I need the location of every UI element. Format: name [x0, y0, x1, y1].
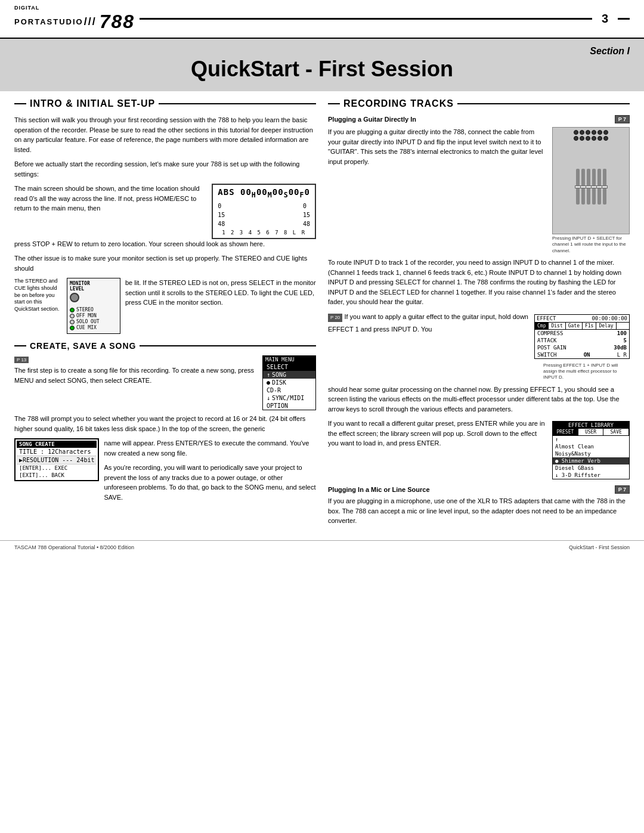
header-line-right — [618, 18, 630, 20]
header-line-left — [140, 18, 592, 20]
effect-tabs: Cmp Dist Gate F1s Delay — [535, 323, 629, 330]
create-para4: As you're recording, you will want to pe… — [104, 463, 316, 502]
create-para3: name will appear. Press ENTER/YES to exe… — [104, 438, 316, 458]
effect-tab-delay[interactable]: Delay — [596, 323, 616, 329]
stereo-led-indicator — [70, 308, 75, 312]
menu-cdr-label: CD-R — [267, 387, 281, 394]
guitar-section-title: Plugging a Guitar Directly In P 7 — [328, 115, 630, 123]
effect-tab-cmp[interactable]: Cmp — [535, 323, 549, 329]
solo-label: SOLO OUT — [76, 319, 100, 324]
library-item-5: 3-D Riffster — [562, 472, 600, 478]
page-ref-20: P 20 — [328, 314, 342, 322]
screen-title-field: TITLE : 12Characters — [17, 448, 97, 456]
effect-library-area: EFFECT LIBRARY PRESET USER SAVE ↑ Almost… — [552, 419, 630, 482]
create-para2: The 788 will prompt you to select whethe… — [14, 414, 316, 433]
library-item-1: Almost Clean — [553, 443, 629, 450]
intro-para3: The main screen should be shown, and the… — [14, 184, 207, 213]
guitar-para4: should hear some guitar processing on th… — [328, 385, 630, 414]
time-display-area: The main screen should be shown, and the… — [14, 184, 316, 239]
monitor-knob-area — [70, 293, 117, 306]
rec-line-left — [328, 103, 340, 104]
guitar-para1-area: If you are plugging a guitar directly in… — [328, 127, 630, 254]
main-menu-box: MAIN MENU SELECT ↑SONG ●DISK CD-R ↓SYNC/… — [262, 355, 316, 410]
mixer-knob-7 — [574, 136, 578, 141]
mic-para1: If you are plugging in a microphone, use… — [328, 496, 630, 526]
stereo-label: STEREO — [76, 307, 94, 312]
guitar-recall-para: If you want to recall a different guitar… — [328, 419, 547, 448]
monitor-section: The STEREO and CUE lights should be on b… — [14, 278, 316, 334]
menu-arrow-disk: ● — [267, 379, 270, 386]
recording-tracks-title: RECORDING TRACKS — [343, 98, 454, 109]
effect-switch-row: SWITCH ON L R — [535, 351, 629, 358]
logo-788-text: 788 — [100, 11, 135, 33]
effect-tab-gate[interactable]: Gate — [566, 323, 583, 329]
library-title: EFFECT LIBRARY — [553, 422, 629, 429]
effect-postgain-value: 30dB — [614, 345, 627, 351]
monitor-caption-text: The STEREO and CUE lights should be on b… — [14, 278, 62, 312]
screen-res-value: RESOLUTION --- 24bit — [23, 457, 94, 463]
effect-display: EFFECT 00:00:00:00 Cmp Dist Gate F1s Del… — [534, 314, 630, 359]
library-tab-save[interactable]: SAVE — [603, 429, 629, 435]
intro-para6: be lit. If the STEREO LED is not on, pre… — [125, 278, 316, 308]
intro-para5: The other issue is to make sure your mon… — [14, 253, 316, 273]
menu-item-song: ↑SONG — [263, 371, 315, 379]
menu-song-label: SONG — [272, 371, 286, 378]
cue-led-indicator — [70, 326, 75, 330]
mixer-knob-8 — [580, 136, 584, 141]
library-item-3-selected[interactable]: ● Shimmer Verb — [553, 457, 629, 465]
guitar-para1: If you are plugging a guitar directly in… — [328, 127, 547, 166]
guitar-effect-area: P 20 If you want to apply a guitar effec… — [328, 312, 630, 381]
page-header: DIGITAL PORTASTUDIO /// 788 3 — [0, 0, 644, 39]
song-create-text: P 13 The first step is to create a song … — [14, 355, 256, 390]
screen-title: SONG CREATE — [17, 441, 97, 448]
guitar-para2: To route INPUT D to track 1 of the recor… — [328, 258, 630, 307]
effect-library: EFFECT LIBRARY PRESET USER SAVE ↑ Almost… — [552, 421, 630, 479]
create-text-right: name will appear. Press ENTER/YES to exe… — [104, 438, 316, 507]
library-item-2: Noisy&Nasty — [553, 450, 629, 457]
right-column: RECORDING TRACKS Plugging a Guitar Direc… — [328, 91, 630, 531]
song-screen-area: SONG CREATE TITLE : 12Characters ▶RESOLU… — [14, 438, 316, 507]
library-tab-user[interactable]: USER — [578, 429, 604, 435]
library-tab-preset[interactable]: PRESET — [553, 429, 578, 435]
guitar-caption1: Pressing INPUT D + SELECT for channel 1 … — [552, 236, 630, 254]
fader-left-mid: 15 — [218, 210, 225, 219]
heading-line-right — [159, 103, 316, 104]
effect-switch-label: SWITCH — [537, 352, 557, 358]
guitar-title-text: Plugging a Guitar Directly In — [328, 116, 416, 123]
menu-title: MAIN MENU — [263, 356, 315, 363]
library-selected-label: Shimmer Verb — [562, 458, 600, 464]
logo-area: DIGITAL PORTASTUDIO /// 788 — [14, 5, 135, 33]
mixer-knob-5 — [597, 130, 602, 135]
off-led: OFF MON — [70, 313, 117, 318]
screen-resolution: ▶RESOLUTION --- 24bit — [17, 456, 97, 465]
effect-tab-f1s[interactable]: F1s — [583, 323, 596, 329]
mixer-knob-3 — [586, 130, 590, 135]
page-number: 3 — [602, 12, 608, 26]
menu-sync-label: SYNC/MIDI — [272, 395, 304, 401]
heading-line-left — [14, 103, 26, 104]
fader-4 — [592, 169, 596, 205]
create-save-title: CREATE, SAVE A SONG — [30, 341, 136, 351]
left-column: INTRO & INITIAL SET-UP This section will… — [14, 91, 316, 531]
mixer-knob-11 — [597, 136, 602, 141]
library-arrow-down: ↓ 3-D Riffster — [553, 472, 629, 479]
create-line-left — [14, 345, 26, 346]
create-line-right — [140, 345, 316, 346]
logo-digital: DIGITAL — [14, 5, 39, 11]
effect-postgain-row: POST GAIN 30dB — [535, 344, 629, 351]
fader-5 — [597, 169, 601, 205]
guitar-para3: P 20 If you want to apply a guitar effec… — [328, 312, 530, 335]
solo-led-indicator — [70, 320, 75, 324]
cue-label: CUE MIX — [76, 325, 97, 330]
effect-tab-dist[interactable]: Dist — [549, 323, 565, 329]
fader-col-right: 0 15 48 — [303, 202, 310, 228]
mic-page-ref: P 7 — [615, 485, 630, 494]
time-display: ABS 00H00M00S00F0 0 15 48 0 15 48 — [212, 184, 316, 239]
effect-switch-lr: L R — [617, 352, 627, 358]
monitor-image: MONITORLEVEL STEREO OFF MON SOLO OUT — [67, 278, 120, 334]
menu-item-disk: ●DISK — [263, 379, 315, 386]
guitar-page-ref: P 7 — [615, 115, 630, 123]
fader-6 — [603, 169, 606, 205]
mixer-knob-6 — [603, 130, 608, 135]
menu-item-option: OPTION — [263, 402, 315, 410]
